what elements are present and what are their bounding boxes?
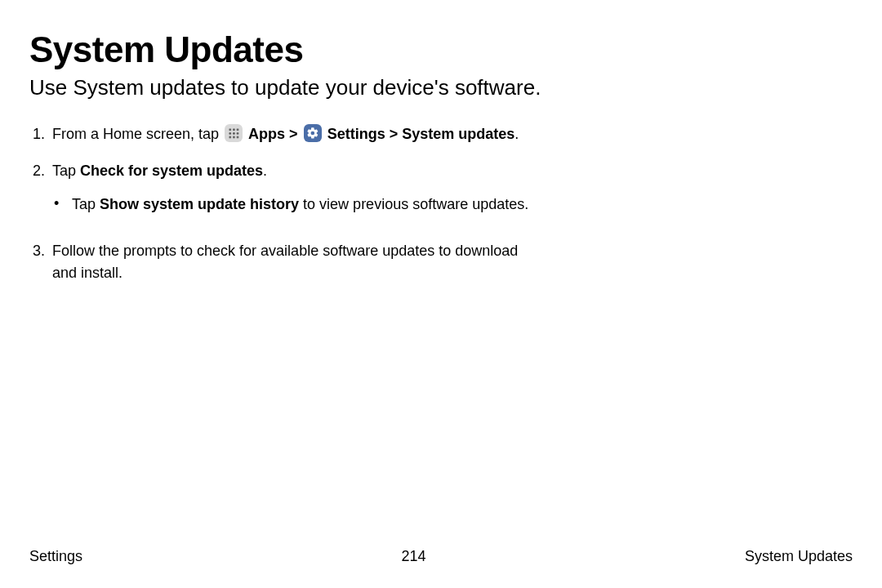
step-3: 3. Follow the prompts to check for avail…	[29, 240, 536, 284]
show-history-label: Show system update history	[100, 196, 299, 212]
step-number: 3.	[29, 240, 52, 262]
bullet-dot: •	[52, 194, 72, 216]
step-1: 1. From a Home screen, tap Apps > Settin…	[29, 123, 536, 145]
separator: >	[289, 126, 302, 142]
step-text: Follow the prompts to check for availabl…	[52, 240, 536, 284]
settings-label: Settings	[327, 126, 385, 142]
gear-icon	[304, 124, 322, 142]
period: .	[263, 163, 267, 179]
period: .	[514, 126, 519, 142]
bullet-text: Tap	[72, 196, 100, 212]
step-number: 1.	[29, 123, 52, 145]
footer-page-number: 214	[401, 548, 425, 565]
bullet-item: • Tap Show system update history to view…	[52, 194, 536, 216]
step-number: 2.	[29, 160, 52, 182]
separator: >	[390, 126, 403, 142]
check-updates-label: Check for system updates	[80, 163, 263, 179]
apps-label: Apps	[248, 126, 285, 142]
system-updates-label: System updates	[402, 126, 514, 142]
step-2: 2. Tap Check for system updates. • Tap S…	[29, 160, 536, 225]
footer-right: System Updates	[745, 548, 853, 565]
sub-bullets: • Tap Show system update history to view…	[52, 194, 536, 216]
apps-icon	[225, 124, 243, 142]
bullet-text: to view previous software updates.	[299, 196, 528, 212]
step-text: From a Home screen, tap	[52, 126, 223, 142]
step-text: Tap	[52, 163, 80, 179]
steps-list: 1. From a Home screen, tap Apps > Settin…	[29, 123, 536, 284]
footer-left: Settings	[29, 548, 82, 565]
page-subtitle: Use System updates to update your device…	[29, 75, 853, 100]
page-title: System Updates	[29, 29, 853, 70]
page-footer: Settings 214 System Updates	[0, 548, 882, 565]
